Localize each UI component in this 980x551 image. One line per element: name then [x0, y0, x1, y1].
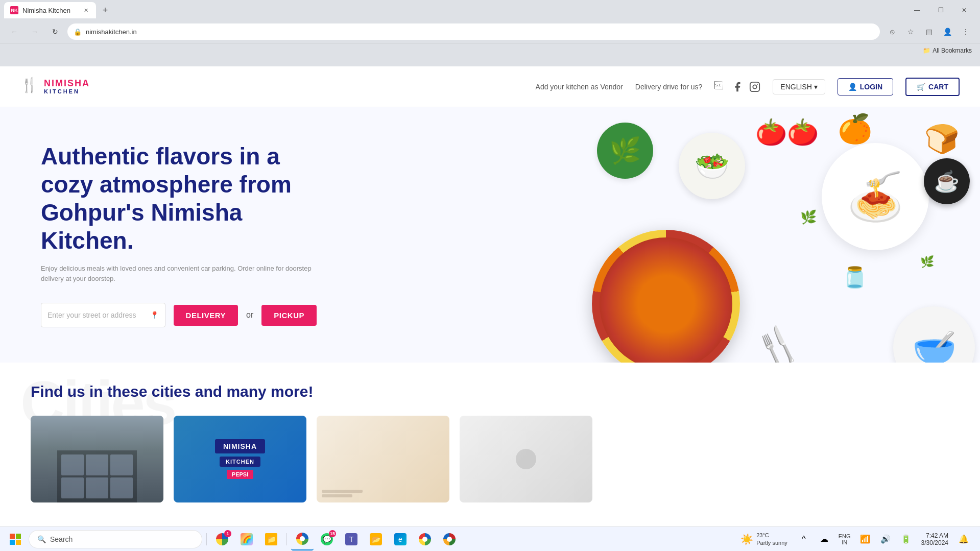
city-card-4[interactable] [460, 416, 592, 502]
browser-tab[interactable]: NK Nimisha Kitchen ✕ [4, 2, 96, 18]
toolbar-actions: ⎋ ☆ ▤ 👤 ⋮ [884, 23, 974, 40]
language-label: ENGLISH [780, 83, 811, 91]
hero-subtitle: Enjoy delicious meals with loved ones an… [41, 263, 317, 285]
svg-point-2 [757, 84, 758, 85]
folder-icon: 📁 [923, 47, 930, 54]
social-icons:  [714, 81, 760, 92]
language-selector[interactable]: ENGLISH ▾ [773, 79, 825, 94]
or-separator: or [246, 310, 253, 320]
coffee-image: ☕ [924, 158, 970, 204]
svg-point-1 [753, 85, 757, 88]
browser-chrome: NK Nimisha Kitchen ✕ + — ❐ ✕ ← → ↻ 🔒 nim… [0, 0, 980, 66]
delivery-button[interactable]: DELIVERY [174, 305, 238, 326]
hero-title-line1: Authentic flavors in a cozy atmosphere f… [41, 143, 292, 198]
bookmarks-section[interactable]: 📁 All Bookmarks [923, 47, 972, 54]
sidebar-button[interactable]: ▤ [921, 23, 937, 40]
forward-button[interactable]: → [27, 23, 43, 40]
new-tab-button[interactable]: + [98, 3, 112, 17]
user-icon: 👤 [848, 83, 857, 91]
logo-icon: 🍴 [20, 77, 41, 97]
close-window-button[interactable]: ✕ [952, 0, 976, 20]
chevron-down-icon: ▾ [814, 83, 818, 91]
bookmarks-bar: 📁 All Bookmarks [0, 43, 980, 57]
logo-kitchen: KITCHEN [44, 88, 90, 94]
logo[interactable]: 🍴 NIMISHA KITCHEN [20, 77, 90, 97]
security-icon: 🔒 [74, 28, 82, 36]
tab-close-button[interactable]: ✕ [82, 6, 90, 14]
spice-grinder: 🫙 [842, 266, 868, 290]
logo-nimisha: NIMISHA [44, 79, 90, 89]
hero-content: Authentic flavors in a cozy atmosphere f… [0, 112, 357, 358]
city-card-2[interactable]: NIMISHA KITCHEN PEPSI [174, 416, 306, 502]
cutlery-image: 🍴 [749, 318, 807, 363]
maximize-button[interactable]: ❐ [929, 0, 952, 20]
hero-title: Authentic flavors in a cozy atmosphere f… [41, 142, 317, 255]
vendor-link[interactable]: Add your kitchen as Vendor [536, 83, 623, 91]
browser-toolbar: ← → ↻ 🔒 nimishakitchen.in ⎋ ☆ ▤ 👤 ⋮ [0, 20, 980, 43]
back-button[interactable]: ← [6, 23, 22, 40]
herb-leaf-2: 🌿 [920, 255, 934, 269]
facebook-icon[interactable]:  [714, 81, 726, 92]
bookmark-star[interactable]: ☆ [902, 23, 919, 40]
url-text: nimishakitchen.in [86, 28, 874, 36]
window-controls: — ❐ ✕ [905, 0, 976, 20]
salad-bowl-image: 🥗 [679, 133, 745, 199]
cities-grid: NIMISHA KITCHEN PEPSI [31, 416, 949, 502]
pizza-image [592, 230, 740, 363]
pickup-button[interactable]: PICKUP [261, 305, 317, 326]
reload-button[interactable]: ↻ [47, 23, 63, 40]
tab-title: Nimisha Kitchen [22, 7, 70, 14]
city-card-3[interactable] [317, 416, 449, 502]
city-card-1[interactable] [31, 416, 163, 502]
toast-image: 🍞 [924, 123, 960, 156]
hero-cta: 📍 DELIVERY or PICKUP [41, 303, 317, 327]
site-header: 🍴 NIMISHA KITCHEN Add your kitchen as Ve… [0, 66, 980, 107]
delivery-link[interactable]: Delivery drive for us? [635, 83, 703, 91]
address-input[interactable] [47, 311, 150, 319]
facebook-svg-icon[interactable] [732, 81, 743, 92]
location-icon: 📍 [150, 311, 159, 319]
logo-text: NIMISHA KITCHEN [44, 79, 90, 95]
hero-food-collage: 🌿 🥗 🍅🍅 🍝 🍊 🍞 ☕ 🥣 🍴 🌿 🌿 🫙 [571, 107, 980, 363]
profile-button[interactable]: 👤 [939, 23, 955, 40]
svg-rect-0 [750, 82, 759, 91]
orange-image: 🍊 [838, 112, 873, 146]
minimize-button[interactable]: — [905, 0, 929, 20]
address-bar[interactable]: 🔒 nimishakitchen.in [67, 23, 880, 40]
cities-section: Cities Find us in these cities and many … [0, 363, 980, 523]
website-content: 🍴 NIMISHA KITCHEN Add your kitchen as Ve… [0, 66, 980, 523]
browser-titlebar: NK Nimisha Kitchen ✕ + — ❐ ✕ [0, 0, 980, 20]
instagram-icon[interactable] [749, 81, 760, 92]
cart-button[interactable]: 🛒 CART [905, 78, 960, 96]
cart-label: CART [928, 83, 948, 91]
tab-favicon: NK [10, 6, 18, 14]
all-bookmarks-label: All Bookmarks [933, 47, 972, 54]
screenshot-button[interactable]: ⎋ [884, 23, 900, 40]
cart-icon: 🛒 [917, 83, 925, 91]
menu-button[interactable]: ⋮ [958, 23, 974, 40]
tomatoes-image: 🍅🍅 [755, 117, 819, 147]
pasta-plate-image: 🍝 [822, 143, 929, 250]
header-nav: Add your kitchen as Vendor Delivery driv… [536, 78, 960, 96]
hero-bold-text: Gohpur's [41, 199, 145, 226]
login-label: LOGIN [860, 83, 882, 91]
herb-bowl-image: 🌿 [597, 123, 653, 179]
address-input-wrap[interactable]: 📍 [41, 303, 165, 327]
soup-bowl-image: 🥣 [893, 306, 975, 363]
cities-title: Find us in these cities and many more! [31, 383, 949, 400]
login-button[interactable]: 👤 LOGIN [838, 78, 893, 95]
herb-leaf-1: 🌿 [800, 209, 817, 225]
hero-section: Authentic flavors in a cozy atmosphere f… [0, 107, 980, 363]
